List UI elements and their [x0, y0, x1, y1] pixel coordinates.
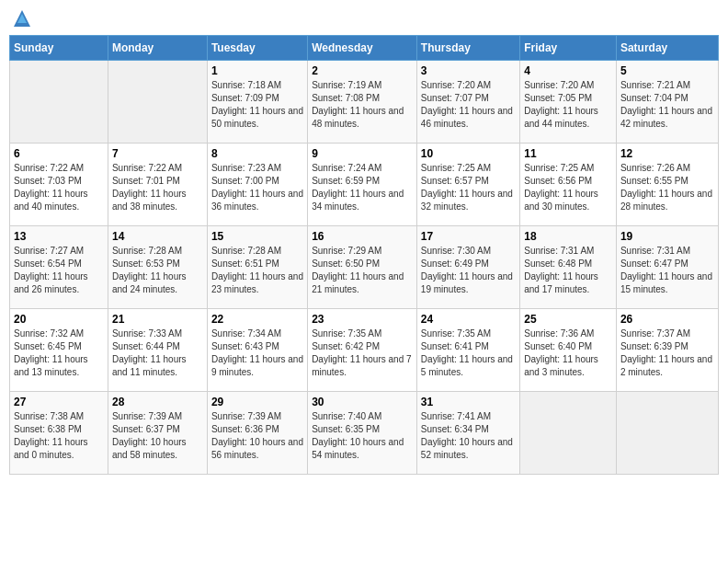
day-info: Sunrise: 7:31 AM Sunset: 6:47 PM Dayligh… [620, 245, 714, 296]
day-number: 28 [112, 396, 203, 408]
day-number: 31 [421, 396, 516, 408]
calendar-cell: 21Sunrise: 7:33 AM Sunset: 6:44 PM Dayli… [108, 309, 207, 392]
day-number: 18 [524, 230, 612, 243]
day-info: Sunrise: 7:30 AM Sunset: 6:49 PM Dayligh… [421, 245, 516, 296]
day-number: 23 [312, 313, 413, 326]
calendar-cell: 9Sunrise: 7:24 AM Sunset: 6:59 PM Daylig… [308, 144, 417, 226]
day-number: 25 [524, 313, 612, 326]
day-info: Sunrise: 7:39 AM Sunset: 6:37 PM Dayligh… [112, 410, 203, 462]
calendar-cell: 16Sunrise: 7:29 AM Sunset: 6:50 PM Dayli… [308, 226, 417, 309]
calendar-cell: 15Sunrise: 7:28 AM Sunset: 6:51 PM Dayli… [207, 226, 307, 309]
calendar-week-row: 6Sunrise: 7:22 AM Sunset: 7:03 PM Daylig… [10, 144, 719, 226]
calendar-cell: 30Sunrise: 7:40 AM Sunset: 6:35 PM Dayli… [308, 392, 417, 475]
day-info: Sunrise: 7:28 AM Sunset: 6:53 PM Dayligh… [112, 245, 203, 296]
calendar-cell: 22Sunrise: 7:34 AM Sunset: 6:43 PM Dayli… [207, 309, 307, 392]
calendar-week-row: 20Sunrise: 7:32 AM Sunset: 6:45 PM Dayli… [10, 309, 719, 392]
day-info: Sunrise: 7:31 AM Sunset: 6:48 PM Dayligh… [524, 245, 612, 296]
calendar-week-row: 1Sunrise: 7:18 AM Sunset: 7:09 PM Daylig… [10, 61, 719, 144]
day-number: 1 [211, 64, 303, 77]
day-info: Sunrise: 7:34 AM Sunset: 6:43 PM Dayligh… [211, 327, 303, 379]
day-info: Sunrise: 7:24 AM Sunset: 6:59 PM Dayligh… [312, 162, 413, 213]
calendar-week-row: 27Sunrise: 7:38 AM Sunset: 6:38 PM Dayli… [10, 392, 719, 475]
day-number: 9 [312, 147, 413, 160]
day-number: 3 [421, 64, 516, 77]
calendar-cell: 10Sunrise: 7:25 AM Sunset: 6:57 PM Dayli… [416, 144, 519, 226]
day-info: Sunrise: 7:39 AM Sunset: 6:36 PM Dayligh… [211, 410, 303, 462]
day-info: Sunrise: 7:29 AM Sunset: 6:50 PM Dayligh… [312, 245, 413, 296]
day-info: Sunrise: 7:37 AM Sunset: 6:39 PM Dayligh… [620, 327, 714, 379]
calendar-body: 1Sunrise: 7:18 AM Sunset: 7:09 PM Daylig… [10, 61, 719, 475]
day-info: Sunrise: 7:18 AM Sunset: 7:09 PM Dayligh… [211, 79, 303, 131]
calendar-cell [616, 392, 718, 475]
day-number: 19 [620, 230, 714, 243]
day-number: 30 [312, 396, 413, 408]
calendar-cell: 28Sunrise: 7:39 AM Sunset: 6:37 PM Dayli… [108, 392, 207, 475]
day-info: Sunrise: 7:22 AM Sunset: 7:01 PM Dayligh… [112, 162, 203, 213]
day-info: Sunrise: 7:35 AM Sunset: 6:41 PM Dayligh… [421, 327, 516, 379]
day-number: 26 [620, 313, 714, 326]
day-info: Sunrise: 7:40 AM Sunset: 6:35 PM Dayligh… [312, 410, 413, 462]
calendar-cell: 13Sunrise: 7:27 AM Sunset: 6:54 PM Dayli… [10, 226, 108, 309]
day-info: Sunrise: 7:33 AM Sunset: 6:44 PM Dayligh… [112, 327, 203, 379]
logo [13, 9, 35, 28]
calendar-cell: 14Sunrise: 7:28 AM Sunset: 6:53 PM Dayli… [108, 226, 207, 309]
calendar-cell [520, 392, 617, 475]
calendar-cell: 6Sunrise: 7:22 AM Sunset: 7:03 PM Daylig… [10, 144, 108, 226]
day-info: Sunrise: 7:25 AM Sunset: 6:57 PM Dayligh… [421, 162, 516, 213]
calendar-cell: 20Sunrise: 7:32 AM Sunset: 6:45 PM Dayli… [10, 309, 108, 392]
calendar-cell [108, 61, 207, 144]
calendar-day-header: Thursday [416, 36, 519, 61]
calendar-week-row: 13Sunrise: 7:27 AM Sunset: 6:54 PM Dayli… [10, 226, 719, 309]
day-info: Sunrise: 7:20 AM Sunset: 7:07 PM Dayligh… [421, 79, 516, 131]
day-number: 8 [211, 147, 303, 160]
calendar-cell: 23Sunrise: 7:35 AM Sunset: 6:42 PM Dayli… [308, 309, 417, 392]
calendar-day-header: Saturday [616, 36, 718, 61]
day-number: 20 [14, 313, 104, 326]
day-number: 29 [211, 396, 303, 408]
day-info: Sunrise: 7:25 AM Sunset: 6:56 PM Dayligh… [524, 162, 612, 213]
day-info: Sunrise: 7:20 AM Sunset: 7:05 PM Dayligh… [524, 79, 612, 131]
day-info: Sunrise: 7:19 AM Sunset: 7:08 PM Dayligh… [312, 79, 413, 131]
calendar-table: SundayMondayTuesdayWednesdayThursdayFrid… [9, 35, 719, 475]
day-info: Sunrise: 7:28 AM Sunset: 6:51 PM Dayligh… [211, 245, 303, 296]
calendar-cell: 19Sunrise: 7:31 AM Sunset: 6:47 PM Dayli… [616, 226, 718, 309]
calendar-cell: 1Sunrise: 7:18 AM Sunset: 7:09 PM Daylig… [207, 61, 307, 144]
calendar-day-header: Sunday [10, 36, 108, 61]
day-number: 5 [620, 64, 714, 77]
day-number: 16 [312, 230, 413, 243]
calendar-cell [10, 61, 108, 144]
calendar-cell: 2Sunrise: 7:19 AM Sunset: 7:08 PM Daylig… [308, 61, 417, 144]
day-info: Sunrise: 7:32 AM Sunset: 6:45 PM Dayligh… [14, 327, 104, 379]
day-info: Sunrise: 7:27 AM Sunset: 6:54 PM Dayligh… [14, 245, 104, 296]
day-number: 15 [211, 230, 303, 243]
calendar-cell: 24Sunrise: 7:35 AM Sunset: 6:41 PM Dayli… [416, 309, 519, 392]
calendar-cell: 17Sunrise: 7:30 AM Sunset: 6:49 PM Dayli… [416, 226, 519, 309]
day-number: 27 [14, 396, 104, 408]
logo-icon [13, 9, 31, 28]
calendar-cell: 4Sunrise: 7:20 AM Sunset: 7:05 PM Daylig… [520, 61, 617, 144]
calendar-day-header: Friday [520, 36, 617, 61]
day-number: 4 [524, 64, 612, 77]
day-number: 7 [112, 147, 203, 160]
day-number: 22 [211, 313, 303, 326]
day-info: Sunrise: 7:38 AM Sunset: 6:38 PM Dayligh… [14, 410, 104, 462]
day-info: Sunrise: 7:35 AM Sunset: 6:42 PM Dayligh… [312, 327, 413, 379]
calendar-day-header: Monday [108, 36, 207, 61]
day-number: 13 [14, 230, 104, 243]
calendar-cell: 5Sunrise: 7:21 AM Sunset: 7:04 PM Daylig… [616, 61, 718, 144]
calendar-cell: 3Sunrise: 7:20 AM Sunset: 7:07 PM Daylig… [416, 61, 519, 144]
day-info: Sunrise: 7:36 AM Sunset: 6:40 PM Dayligh… [524, 327, 612, 379]
day-number: 24 [421, 313, 516, 326]
calendar-cell: 27Sunrise: 7:38 AM Sunset: 6:38 PM Dayli… [10, 392, 108, 475]
day-number: 10 [421, 147, 516, 160]
calendar-cell: 18Sunrise: 7:31 AM Sunset: 6:48 PM Dayli… [520, 226, 617, 309]
day-number: 14 [112, 230, 203, 243]
day-info: Sunrise: 7:26 AM Sunset: 6:55 PM Dayligh… [620, 162, 714, 213]
calendar-day-header: Tuesday [207, 36, 307, 61]
day-number: 11 [524, 147, 612, 160]
calendar-cell: 7Sunrise: 7:22 AM Sunset: 7:01 PM Daylig… [108, 144, 207, 226]
day-info: Sunrise: 7:21 AM Sunset: 7:04 PM Dayligh… [620, 79, 714, 131]
day-number: 6 [14, 147, 104, 160]
day-info: Sunrise: 7:23 AM Sunset: 7:00 PM Dayligh… [211, 162, 303, 213]
calendar-cell: 26Sunrise: 7:37 AM Sunset: 6:39 PM Dayli… [616, 309, 718, 392]
